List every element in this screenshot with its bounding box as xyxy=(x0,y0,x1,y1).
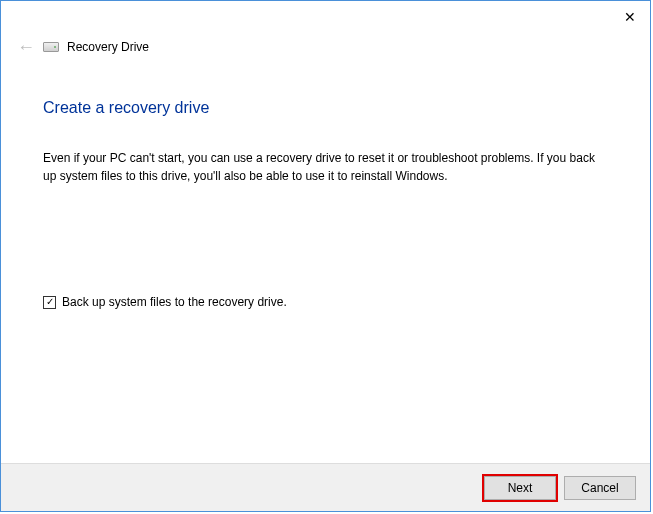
cancel-button[interactable]: Cancel xyxy=(564,476,636,500)
page-heading: Create a recovery drive xyxy=(43,99,608,117)
recovery-drive-wizard: ✕ ← Recovery Drive Create a recovery dri… xyxy=(0,0,651,512)
backup-checkbox-row: ✓ Back up system files to the recovery d… xyxy=(43,295,608,309)
checkmark-icon: ✓ xyxy=(46,297,54,307)
wizard-title: Recovery Drive xyxy=(67,40,149,54)
wizard-content: Create a recovery drive Even if your PC … xyxy=(1,59,650,463)
wizard-footer: Next Cancel xyxy=(1,463,650,511)
close-icon: ✕ xyxy=(624,9,636,25)
titlebar: ✕ xyxy=(1,1,650,31)
back-arrow-icon: ← xyxy=(17,38,35,56)
wizard-header: ← Recovery Drive xyxy=(1,31,650,59)
drive-icon xyxy=(43,42,59,52)
page-description: Even if your PC can't start, you can use… xyxy=(43,149,608,185)
next-button[interactable]: Next xyxy=(484,476,556,500)
backup-checkbox-label: Back up system files to the recovery dri… xyxy=(62,295,287,309)
close-button[interactable]: ✕ xyxy=(618,5,642,29)
backup-checkbox[interactable]: ✓ xyxy=(43,296,56,309)
